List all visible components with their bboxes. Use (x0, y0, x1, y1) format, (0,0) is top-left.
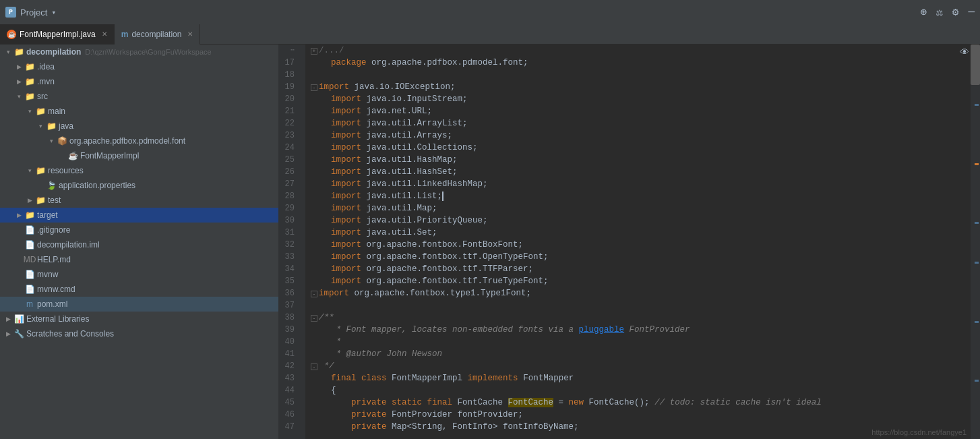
code-line-42: - */ (311, 360, 971, 372)
sidebar-item-main[interactable]: ▾ 📁 main (0, 104, 278, 119)
sidebar-item-extlibs-label: External Libraries (26, 314, 89, 324)
props-file-icon: 🍃 (46, 180, 57, 191)
code-line-43: final class FontMapperImpl implements Fo… (311, 372, 971, 384)
title-bar-icons: ⊕ ⚖ ⚙ — (920, 5, 975, 19)
sidebar-item-test-label: test (48, 196, 61, 205)
sidebar-item-gitignore[interactable]: ▶ 📄 .gitignore (0, 223, 278, 237)
code-content[interactable]: +/.../ package org.apache.pdfbox.pdmodel… (305, 45, 971, 439)
code-line-25: import java.util.HashMap; (311, 154, 971, 166)
code-line-34: import org.apache.fontbox.ttf.TTFParser; (311, 263, 971, 275)
resources-folder-icon: 📁 (35, 165, 46, 176)
sidebar-item-decompilationiml-label: decompilation.iml (37, 240, 100, 250)
project-header[interactable]: P Project ▾ (5, 7, 86, 18)
code-line-22: import java.util.ArrayList; (311, 117, 971, 129)
code-line-27: import java.util.LinkedHashMap; (311, 178, 971, 190)
project-dropdown-arrow[interactable]: ▾ (51, 8, 56, 17)
tab-decompilation-close[interactable]: ✕ (187, 30, 193, 38)
expand-arrow-extlibs: ▶ (3, 314, 13, 324)
tab-decompilation-label: decompilation (131, 30, 181, 39)
editor-area: 👁 ⋯ 17 18 19 20 21 22 23 24 25 26 27 28 … (278, 45, 980, 439)
sidebar-item-target[interactable]: ▶ 📁 target (0, 208, 278, 223)
expand-arrow-idea: ▶ (13, 61, 24, 72)
expand-arrow: ▾ (3, 47, 13, 57)
minimize-icon[interactable]: — (968, 6, 975, 18)
sidebar-item-package[interactable]: ▾ 📦 org.apache.pdfbox.pdmodel.font (0, 134, 278, 148)
md-file-icon: MD (24, 254, 35, 265)
sidebar-item-extlibs[interactable]: ▶ 📊 External Libraries (0, 312, 278, 326)
expand-arrow-mvn: ▶ (13, 76, 24, 87)
tab-decompilation[interactable]: m decompilation ✕ (115, 24, 201, 45)
sidebar-item-src[interactable]: ▾ 📁 src (0, 89, 278, 104)
fold-btn-38[interactable]: - (311, 315, 317, 322)
expand-arrow-src: ▾ (13, 91, 24, 102)
project-sidebar: ▾ 📁 decompilation D:\qzn\Workspace\GongF… (0, 45, 278, 439)
sidebar-item-package-label: org.apache.pdfbox.pdmodel.font (69, 136, 185, 146)
sidebar-item-test[interactable]: ▶ 📁 test (0, 193, 278, 208)
sidebar-item-mvn[interactable]: ▶ 📁 .mvn (0, 74, 278, 89)
sidebar-item-resources-label: resources (48, 166, 84, 175)
code-line-20: import java.io.InputStream; (311, 93, 971, 105)
tab-fontmapperimpl[interactable]: ☕ FontMapperImpl.java ✕ (0, 24, 115, 45)
code-line-46: private FontProvider fontProvider; (311, 409, 971, 421)
target-folder-icon: 📁 (24, 210, 35, 221)
sidebar-item-decompilationiml[interactable]: ▶ 📄 decompilation.iml (0, 237, 278, 252)
sidebar-item-mvn-label: .mvn (37, 77, 55, 86)
code-line-28: import java.util.List; (311, 190, 971, 202)
sidebar-item-helpmd[interactable]: ▶ MD HELP.md (0, 252, 278, 267)
scrollbar-track[interactable] (971, 45, 980, 439)
java-file-icon: ☕ (7, 30, 16, 39)
sidebar-item-appprops-label: application.properties (59, 181, 135, 190)
scratches-icon: 🔧 (13, 328, 24, 339)
sidebar-item-scratches[interactable]: ▶ 🔧 Scratches and Consoles (0, 326, 278, 341)
m-file-icon: m (121, 30, 129, 39)
src-folder-icon: 📁 (24, 91, 35, 102)
sidebar-item-mvnwcmd-label: mvnw.cmd (37, 285, 75, 294)
sidebar-item-mvnwcmd[interactable]: ▶ 📄 mvnw.cmd (0, 282, 278, 297)
main-folder-icon: 📁 (35, 106, 46, 117)
code-container: ⋯ 17 18 19 20 21 22 23 24 25 26 27 28 29… (278, 45, 980, 439)
scroll-mark-4 (975, 222, 979, 224)
mvnw-file-icon: 📄 (24, 269, 35, 280)
sidebar-item-decompilation[interactable]: ▾ 📁 decompilation D:\qzn\Workspace\GongF… (0, 45, 278, 59)
tab-fontmapperimpl-label: FontMapperImpl.java (20, 30, 96, 39)
sidebar-item-java[interactable]: ▾ 📁 java (0, 119, 278, 134)
fold-btn-top[interactable]: + (311, 48, 317, 55)
sidebar-item-idea[interactable]: ▶ 📁 .idea (0, 59, 278, 74)
java-folder-icon: 📁 (46, 121, 57, 131)
iml-file-icon: 📄 (24, 239, 35, 250)
sidebar-item-resources[interactable]: ▾ 📁 resources (0, 163, 278, 178)
balance-icon[interactable]: ⚖ (936, 5, 943, 19)
scroll-mark-3 (975, 163, 979, 165)
sidebar-item-src-label: src (37, 92, 48, 101)
eye-icon[interactable]: 👁 (960, 47, 969, 58)
sidebar-item-helpmd-label: HELP.md (37, 255, 71, 264)
code-line-32: import org.apache.fontbox.FontBoxFont; (311, 239, 971, 251)
library-icon: 📊 (13, 314, 24, 324)
code-line-19: -import java.io.IOException; (311, 81, 971, 93)
sidebar-item-pomxml[interactable]: ▶ m pom.xml (0, 297, 278, 312)
expand-arrow-test: ▶ (24, 195, 35, 206)
add-icon[interactable]: ⊕ (920, 5, 927, 19)
fold-btn-19[interactable]: - (311, 84, 317, 91)
fold-btn-36[interactable]: - (311, 291, 317, 297)
project-label: Project (20, 7, 47, 18)
xml-file-icon: m (24, 299, 35, 310)
settings-icon[interactable]: ⚙ (952, 5, 959, 19)
expand-arrow-main: ▾ (24, 106, 35, 117)
scrollbar-thumb[interactable] (971, 45, 980, 85)
sidebar-item-fontmapperimpl[interactable]: ▶ ☕ FontMapperImpl (0, 148, 278, 163)
sidebar-item-idea-label: .idea (37, 62, 55, 71)
code-line-37 (311, 299, 971, 312)
fold-btn-42[interactable]: - (311, 363, 317, 370)
scroll-mark-5 (975, 262, 979, 264)
tab-fontmapperimpl-close[interactable]: ✕ (102, 30, 107, 38)
sidebar-item-appprops[interactable]: ▶ 🍃 application.properties (0, 178, 278, 193)
code-line-23: import java.util.Arrays; (311, 129, 971, 142)
code-line-38: -/** (311, 312, 971, 324)
mvnwcmd-file-icon: 📄 (24, 284, 35, 295)
sidebar-item-target-label: target (37, 210, 58, 220)
code-line-26: import java.util.HashSet; (311, 166, 971, 178)
code-line-40: * (311, 336, 971, 348)
code-line-45: private static final FontCache FontCache… (311, 397, 971, 409)
sidebar-item-mvnw[interactable]: ▶ 📄 mvnw (0, 267, 278, 282)
